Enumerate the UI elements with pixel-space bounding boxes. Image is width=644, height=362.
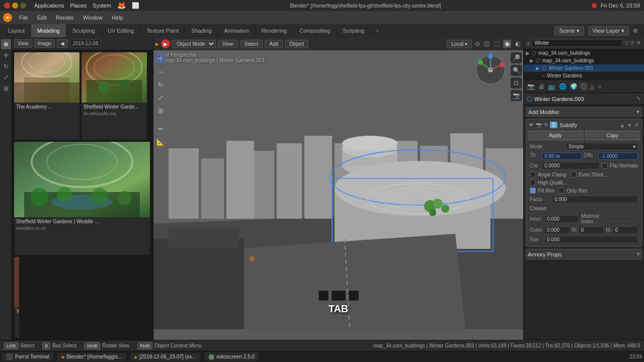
tab-compositing[interactable]: Compositing xyxy=(293,24,337,37)
ri2-input[interactable]: 0 xyxy=(613,226,638,234)
menu-file[interactable]: File xyxy=(15,14,32,22)
image-button[interactable]: Image xyxy=(34,39,55,48)
tab-scripting[interactable]: Scripting xyxy=(337,24,371,37)
overlay-icon[interactable]: ⊙ xyxy=(475,40,480,47)
system-menu[interactable]: System xyxy=(93,3,111,9)
modifier-menu-icon[interactable]: ▾ xyxy=(636,109,639,115)
tool-cursor[interactable]: ⊕ xyxy=(1,39,11,49)
zoom-in-icon[interactable]: 🔎 xyxy=(511,52,522,63)
measure-tool[interactable]: 📐 xyxy=(154,136,167,148)
prop-tab-object[interactable]: ⬡ xyxy=(580,82,588,91)
prop-tab-material[interactable]: ○ xyxy=(596,82,603,91)
prop-tab-render[interactable]: 📷 xyxy=(526,82,536,91)
scene-selector[interactable]: Scene ▾ xyxy=(554,26,584,36)
view-button[interactable]: View xyxy=(14,39,32,48)
add-menu[interactable]: Add xyxy=(265,40,283,48)
high-qual-check[interactable]: High Qualit... xyxy=(530,179,638,186)
terminal-icon[interactable]: ⬜ xyxy=(132,2,139,9)
tab-animation[interactable]: Animation xyxy=(218,24,256,37)
tool-transform[interactable]: ⊞ xyxy=(1,83,11,94)
wire-shade[interactable]: ⬚ xyxy=(494,40,499,47)
editor-type-icon[interactable]: ▸ xyxy=(155,40,159,48)
back-button[interactable]: ◀ xyxy=(57,39,68,48)
only-rim-check[interactable]: Only Rim xyxy=(558,188,587,194)
apply-button[interactable]: Apply xyxy=(528,131,583,140)
copy-button[interactable]: Copy xyxy=(585,131,640,140)
taskbar-blender[interactable]: ● Blender* [/home/fogg/s... xyxy=(57,353,126,361)
prop-tab-view[interactable]: 📺 xyxy=(546,82,557,91)
image-card-2[interactable]: Sheffield Winter Gardens | Weddle ... we… xyxy=(14,142,150,254)
fill-rim-check[interactable]: Fill Rim xyxy=(530,188,554,194)
mod-down-icon[interactable]: ▼ xyxy=(627,122,632,128)
mod-edit-icon[interactable]: ✎ xyxy=(544,122,548,128)
edit-icon[interactable]: ✎ xyxy=(636,96,641,102)
menu-edit[interactable]: Edit xyxy=(33,14,51,22)
firefox-icon[interactable]: 🦊 xyxy=(117,2,126,10)
prop-tab-output[interactable]: 🖨 xyxy=(537,82,546,91)
menu-render[interactable]: Render xyxy=(52,14,78,22)
tab-uv-editing[interactable]: UV Editing xyxy=(102,24,140,37)
outliner-item-0[interactable]: ▶ ⬡ map_34.osm_buildings xyxy=(524,49,644,57)
outer-input[interactable]: 0.000 xyxy=(544,226,570,234)
view-layer-selector[interactable]: View Layer ▾ xyxy=(588,26,629,36)
mode-value[interactable]: Simple▾ xyxy=(566,143,638,150)
zoom-out-icon[interactable]: 🔍 xyxy=(511,65,522,76)
angle-clamp-check[interactable]: Angle Clamp xyxy=(530,171,567,177)
mod-render-icon[interactable]: 📷 xyxy=(536,122,542,128)
scale-tool[interactable]: ⤢ xyxy=(154,92,167,104)
tool-scale[interactable]: ⤢ xyxy=(1,72,11,82)
wm-close[interactable] xyxy=(4,3,10,9)
annotate-tool[interactable]: ✏ xyxy=(154,123,167,135)
tab-texture-paint[interactable]: Texture Paint xyxy=(140,24,185,37)
image-card-3[interactable]: Yo... xyxy=(14,257,19,338)
image-card-1[interactable]: Sheffield Winter Garde... en.wikipedia.o… xyxy=(82,52,147,140)
filter-icon[interactable]: ▽ xyxy=(624,40,628,46)
sync-icon[interactable]: ⟳ xyxy=(630,40,634,46)
options-icon[interactable]: ⚙ xyxy=(633,28,638,34)
prop-tab-world[interactable]: 🌍 xyxy=(569,82,579,91)
prop-tab-scene[interactable]: 🌐 xyxy=(557,82,568,91)
transform-tool[interactable]: ⊞ xyxy=(154,105,167,117)
outliner-item-1[interactable]: ▶ ⬡ map_34.osm_buildings xyxy=(524,57,644,64)
shading-local[interactable]: Local ▾ xyxy=(447,40,472,48)
tab-shading[interactable]: Shading xyxy=(185,24,218,37)
tab-sculpting[interactable]: Sculpting xyxy=(66,24,102,37)
cursor-tool[interactable]: ✛ xyxy=(154,52,167,64)
mode-dropdown[interactable]: Object Mode xyxy=(172,40,216,48)
camera-icon[interactable]: 📷 xyxy=(511,90,522,101)
mod-close-icon[interactable]: ✕ xyxy=(634,122,639,128)
rim-input[interactable]: 0.000 xyxy=(544,236,638,243)
wm-maximize[interactable] xyxy=(20,3,26,9)
select-menu[interactable]: Select xyxy=(240,40,263,48)
clamp-input[interactable]: 0.0000 xyxy=(542,162,600,169)
render-icon[interactable]: ▶ xyxy=(161,39,170,48)
ri-input[interactable]: 0 xyxy=(579,226,604,234)
solid-shade[interactable]: ◉ xyxy=(503,40,511,48)
mat-index-input[interactable] xyxy=(603,218,638,220)
rendered-shade[interactable]: ◐ xyxy=(515,40,520,47)
menu-window[interactable]: Window xyxy=(79,14,107,22)
app-menu[interactable]: Applications xyxy=(34,3,64,9)
tab-rendering[interactable]: Rendering xyxy=(255,24,293,37)
mod-vis-icon[interactable]: 👁 xyxy=(529,122,534,128)
offset-input[interactable]: -1.0000 xyxy=(598,152,638,160)
wm-minimize[interactable] xyxy=(12,3,18,9)
taskbar-date[interactable]: ● [2019-12-06_23-07] (ex... xyxy=(130,353,200,361)
outliner-item-2[interactable]: ▶ ⬡ Winter Gardens.001 xyxy=(524,64,644,72)
outliner-search[interactable] xyxy=(532,39,622,47)
xray-icon[interactable]: ◫ xyxy=(484,40,490,47)
outliner-item-3[interactable]: ○ Winter Gardens xyxy=(524,72,644,79)
rotate-tool[interactable]: ↻ xyxy=(154,78,167,90)
view-menu[interactable]: View xyxy=(218,40,238,48)
tab-add[interactable]: ＋ xyxy=(371,24,384,37)
mod-up-icon[interactable]: ▲ xyxy=(619,122,625,128)
tool-move[interactable]: ✛ xyxy=(1,50,11,60)
inner-input[interactable]: 0.000 xyxy=(544,215,579,223)
taskbar-terminal[interactable]: ⬛ Parrot Terminal xyxy=(2,352,53,361)
tab-layout[interactable]: Layout xyxy=(2,24,31,37)
flip-normals-check[interactable]: Flip Normals xyxy=(602,163,638,169)
navigation-gizmo[interactable]: X Y Z xyxy=(473,52,508,87)
even-thick-check[interactable]: Even Thick... xyxy=(571,171,608,177)
object-menu[interactable]: Object xyxy=(285,40,308,48)
armory-expand-icon[interactable]: ▾ xyxy=(637,251,640,257)
